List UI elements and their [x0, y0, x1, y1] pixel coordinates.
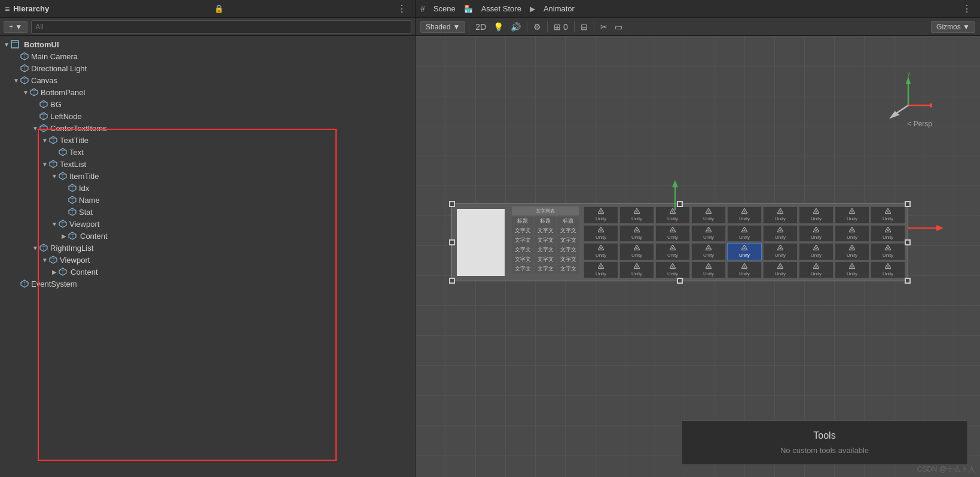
tree-arrow[interactable] [50, 221, 59, 227]
unity-tile[interactable]: Unity [871, 225, 905, 242]
animator-tab[interactable]: Animator [539, 0, 579, 17]
unity-tile[interactable]: Unity [691, 225, 726, 242]
tree-item-centertextitems[interactable]: CenterTextItems [0, 122, 415, 134]
tree-arrow[interactable] [31, 125, 39, 132]
unity-tile[interactable]: Unity [727, 206, 762, 224]
unity-tile[interactable]: Unity [871, 206, 905, 224]
tree-item-text[interactable]: Text [0, 146, 415, 158]
tree-item-rightimglist[interactable]: RightImgList [0, 242, 415, 254]
tree-item-textlist[interactable]: TextList [0, 158, 415, 170]
tree-arrow[interactable] [2, 41, 11, 48]
unity-tile[interactable]: Unity [835, 206, 869, 224]
unity-tile[interactable]: Unity [763, 206, 798, 224]
unity-tile[interactable]: Unity [655, 243, 690, 260]
scene-more-button[interactable]: ⋮ [958, 3, 975, 14]
unity-tile[interactable]: Unity [799, 262, 834, 279]
unity-tiles-grid: UnityUnityUnityUnityUnityUnityUnityUnity… [581, 204, 908, 281]
unity-tile[interactable]: Unity [619, 262, 654, 279]
scissors-button[interactable]: ✂ [598, 21, 610, 33]
unity-tile[interactable]: Unity [763, 225, 798, 242]
unity-tile[interactable]: Unity [727, 225, 762, 242]
unity-tile[interactable]: Unity [799, 243, 834, 260]
resize-handle-tl[interactable] [449, 201, 455, 207]
tree-item-bottomui[interactable]: BottomUI [0, 38, 415, 50]
tree-item-maincamera[interactable]: Main Camera [0, 50, 415, 62]
unity-tile[interactable]: Unity [655, 225, 690, 242]
resize-handle-br[interactable] [905, 278, 911, 284]
unity-tile[interactable]: Unity [835, 243, 869, 260]
unity-tile[interactable]: Unity [763, 243, 798, 260]
unity-tile[interactable]: Unity [727, 262, 762, 279]
unity-tile[interactable]: Unity [763, 262, 798, 279]
add-button[interactable]: + ▼ [4, 21, 28, 33]
resize-handle-tm[interactable] [677, 201, 683, 207]
tree-arrow[interactable] [41, 137, 49, 144]
tree-item-stat[interactable]: Stat [0, 206, 415, 218]
unity-tile[interactable]: Unity [619, 243, 654, 260]
unity-tile[interactable]: Unity [584, 243, 618, 260]
cube-icon [39, 244, 48, 252]
resize-handle-mr[interactable] [905, 239, 911, 245]
rect-button[interactable]: ▭ [612, 21, 625, 33]
unity-tile[interactable]: Unity [655, 206, 690, 224]
effects-button[interactable]: ⚙ [531, 21, 544, 33]
tree-item-viewport2[interactable]: Viewport [0, 254, 415, 266]
resize-handle-ml[interactable] [449, 239, 455, 245]
unity-tile[interactable]: Unity [619, 206, 654, 224]
layers-button[interactable]: ⊞ 0 [551, 21, 570, 33]
resize-handle-bl[interactable] [449, 278, 455, 284]
tree-arrow[interactable] [31, 245, 39, 251]
cell: 文字文 [557, 245, 579, 254]
light-icon-button[interactable]: 💡 [491, 21, 506, 33]
layout-button[interactable]: ⊟ [578, 21, 590, 33]
tree-item-bottompanel[interactable]: BottomPanel [0, 86, 415, 98]
tree-item-idx[interactable]: Idx [0, 182, 415, 194]
scene-view[interactable]: y x < Persp 文字列表 标题 标题 标题 文字文 文字文 [416, 36, 980, 477]
tree-item-name[interactable]: Name [0, 194, 415, 206]
unity-tile[interactable]: Unity [835, 225, 869, 242]
search-input[interactable] [31, 20, 411, 34]
tree-item-content2[interactable]: Content [0, 266, 415, 278]
resize-handle-bm[interactable] [677, 278, 683, 284]
2d-button[interactable]: 2D [473, 21, 489, 33]
scene-tab[interactable]: Scene [429, 0, 460, 17]
tree-item-viewport[interactable]: Viewport [0, 218, 415, 230]
tree-arrow[interactable] [50, 173, 59, 180]
tree-arrow[interactable] [50, 269, 59, 275]
tree-arrow[interactable] [12, 77, 20, 84]
gizmos-button[interactable]: Gizmos ▼ [931, 21, 975, 33]
tree-item-canvas[interactable]: Canvas [0, 74, 415, 86]
tree-item-eventsystem[interactable]: EventSystem [0, 278, 415, 290]
unity-tile[interactable]: Unity [691, 262, 726, 279]
tree-item-bg[interactable]: BG [0, 98, 415, 110]
unity-tile[interactable]: Unity [584, 206, 618, 224]
hamburger-icon[interactable]: ≡ [5, 4, 10, 14]
cube-icon [49, 160, 57, 168]
tree-arrow[interactable] [60, 233, 68, 239]
tree-arrow[interactable] [41, 257, 49, 263]
tree-item-content[interactable]: Content [0, 230, 415, 242]
tree-item-itemtitle[interactable]: ItemTitle [0, 170, 415, 182]
unity-tile[interactable]: Unity [871, 262, 905, 279]
unity-tile[interactable]: Unity [835, 262, 869, 279]
tree-item-leftnode[interactable]: LeftNode [0, 110, 415, 122]
unity-tile[interactable]: Unity [799, 225, 834, 242]
unity-tile[interactable]: Unity [619, 225, 654, 242]
unity-tile[interactable]: Unity [691, 243, 726, 260]
unity-tile[interactable]: Unity [871, 243, 905, 260]
asset-store-tab[interactable]: Asset Store [477, 0, 526, 17]
resize-handle-tr[interactable] [905, 201, 911, 207]
tree-item-directionallight[interactable]: Directional Light [0, 62, 415, 74]
tree-item-texttitle[interactable]: TextTitle [0, 134, 415, 146]
unity-tile[interactable]: Unity [691, 206, 726, 224]
shaded-button[interactable]: Shaded ▼ [420, 21, 465, 33]
tree-arrow[interactable] [22, 89, 30, 96]
hierarchy-more-button[interactable]: ⋮ [393, 3, 410, 14]
unity-tile[interactable]: Unity [655, 262, 690, 279]
unity-tile[interactable]: Unity [584, 262, 618, 279]
unity-tile[interactable]: Unity [584, 225, 618, 242]
unity-tile[interactable]: Unity [727, 243, 762, 260]
tree-arrow[interactable] [41, 161, 49, 168]
unity-tile[interactable]: Unity [799, 206, 834, 224]
audio-icon-button[interactable]: 🔊 [508, 21, 523, 33]
